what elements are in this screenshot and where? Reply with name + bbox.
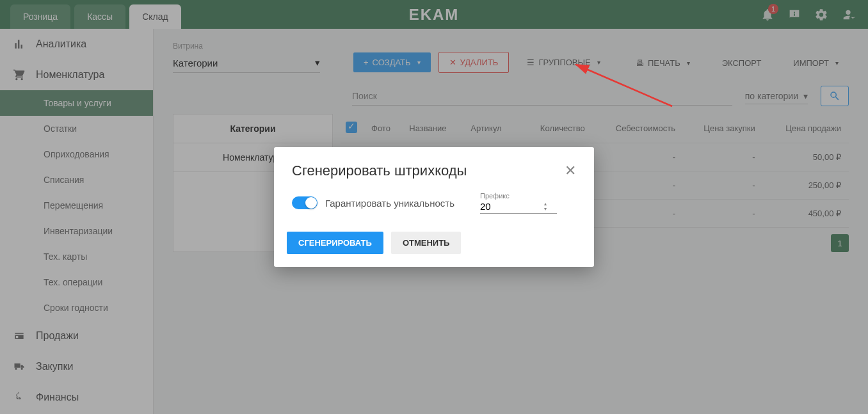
prefix-input[interactable] [480,200,544,213]
uniqueness-toggle[interactable] [292,196,317,209]
close-icon: ✕ [565,163,576,179]
modal-title: Сгенерировать штрихкоды [292,163,467,179]
modal-close-button[interactable]: ✕ [565,163,576,179]
chevron-down-icon: ▾ [544,207,547,212]
prefix-label: Префикс [480,192,557,200]
spinner-arrows[interactable]: ▴▾ [544,202,547,212]
toggle-label: Гарантировать уникальность [325,198,454,209]
generate-barcodes-modal: Сгенерировать штрихкоды ✕ Гарантировать … [274,147,594,267]
svg-line-0 [576,65,672,106]
cancel-button[interactable]: ОТМЕНИТЬ [391,232,462,254]
modal-overlay: Сгенерировать штрихкоды ✕ Гарантировать … [0,0,868,414]
generate-button[interactable]: СГЕНЕРИРОВАТЬ [287,232,383,254]
annotation-arrow [570,61,679,113]
